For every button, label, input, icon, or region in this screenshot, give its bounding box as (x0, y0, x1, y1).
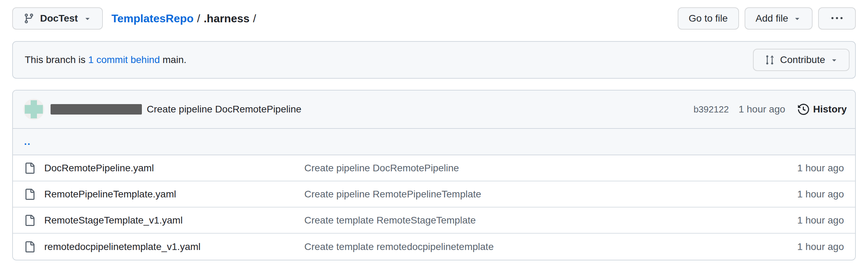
parent-directory-link[interactable]: .. (24, 136, 31, 147)
file-name-cell: RemotePipelineTemplate.yaml (24, 189, 304, 200)
file-updated-time: 1 hour ago (764, 163, 844, 174)
table-row: RemoteStageTemplate_v1.yaml Create templ… (13, 208, 855, 234)
identicon-shape (31, 100, 37, 118)
branch-selector-button[interactable]: DocTest (12, 7, 103, 30)
file-updated-time: 1 hour ago (764, 241, 844, 252)
contribute-icon (764, 54, 775, 65)
commit-time: 1 hour ago (739, 104, 785, 115)
branch-status-suffix: main. (162, 54, 186, 65)
add-file-button[interactable]: Add file (745, 7, 813, 30)
file-name-cell: RemoteStageTemplate_v1.yaml (24, 215, 304, 226)
contribute-label: Contribute (780, 54, 825, 65)
file-name-cell: DocRemotePipeline.yaml (24, 163, 304, 174)
branch-name-label: DocTest (40, 13, 78, 24)
add-file-label: Add file (756, 13, 788, 24)
file-name-cell: remotedocpipelinetemplate_v1.yaml (24, 241, 304, 252)
breadcrumb-separator: / (197, 12, 200, 25)
contribute-button[interactable]: Contribute (753, 49, 850, 71)
table-row: DocRemotePipeline.yaml Create pipeline D… (13, 155, 855, 181)
go-to-file-label: Go to file (689, 13, 728, 24)
go-to-file-button[interactable]: Go to file (678, 7, 739, 30)
file-name-link[interactable]: remotedocpipelinetemplate_v1.yaml (44, 241, 200, 252)
chevron-down-icon (830, 56, 838, 64)
commit-message-link[interactable]: Create pipeline DocRemotePipeline (304, 163, 764, 174)
file-name-link[interactable]: DocRemotePipeline.yaml (44, 163, 154, 174)
commit-author-redacted (51, 104, 142, 115)
file-icon (24, 163, 35, 174)
commits-behind-link[interactable]: 1 commit behind (88, 54, 160, 65)
commit-message-link[interactable]: Create template RemoteStageTemplate (304, 215, 764, 226)
breadcrumb-folder: .harness (204, 12, 250, 25)
file-updated-time: 1 hour ago (764, 215, 844, 226)
history-clock-icon (798, 104, 809, 115)
file-icon (24, 215, 35, 226)
file-table: Create pipeline DocRemotePipeline b39212… (12, 90, 856, 260)
file-name-link[interactable]: RemotePipelineTemplate.yaml (44, 189, 176, 200)
parent-directory-row: .. (13, 129, 855, 155)
breadcrumb-repo-link[interactable]: TemplatesRepo (111, 12, 193, 25)
file-icon (24, 241, 35, 252)
commit-author-avatar[interactable] (23, 99, 44, 120)
file-updated-time: 1 hour ago (764, 189, 844, 200)
latest-commit-message-link[interactable]: Create pipeline DocRemotePipeline (147, 104, 302, 115)
more-options-button[interactable] (818, 7, 856, 30)
branch-status-prefix: This branch is (25, 54, 88, 65)
kebab-horizontal-icon (831, 13, 843, 24)
breadcrumb: TemplatesRepo / .harness / (111, 12, 256, 25)
table-row: remotedocpipelinetemplate_v1.yaml Create… (13, 234, 855, 260)
commit-hash-link[interactable]: b392122 (693, 104, 729, 115)
chevron-down-icon (83, 14, 92, 23)
breadcrumb-trailing-separator: / (253, 12, 256, 25)
branch-status-banner: This branch is 1 commit behind main. Con… (12, 41, 856, 79)
latest-commit-header: Create pipeline DocRemotePipeline b39212… (13, 91, 855, 129)
chevron-down-icon (793, 14, 801, 23)
file-icon (24, 189, 35, 200)
git-branch-icon (23, 13, 35, 24)
branch-status-text: This branch is 1 commit behind main. (25, 54, 186, 65)
commit-message-link[interactable]: Create pipeline RemotePipelineTemplate (304, 189, 764, 200)
commit-message-link[interactable]: Create template remotedocpipelinetemplat… (304, 241, 764, 252)
history-label: History (813, 104, 847, 115)
table-row: RemotePipelineTemplate.yaml Create pipel… (13, 181, 855, 208)
history-link[interactable]: History (798, 104, 847, 115)
repo-header: DocTest TemplatesRepo / .harness / Go to… (12, 7, 856, 30)
file-name-link[interactable]: RemoteStageTemplate_v1.yaml (44, 215, 183, 226)
